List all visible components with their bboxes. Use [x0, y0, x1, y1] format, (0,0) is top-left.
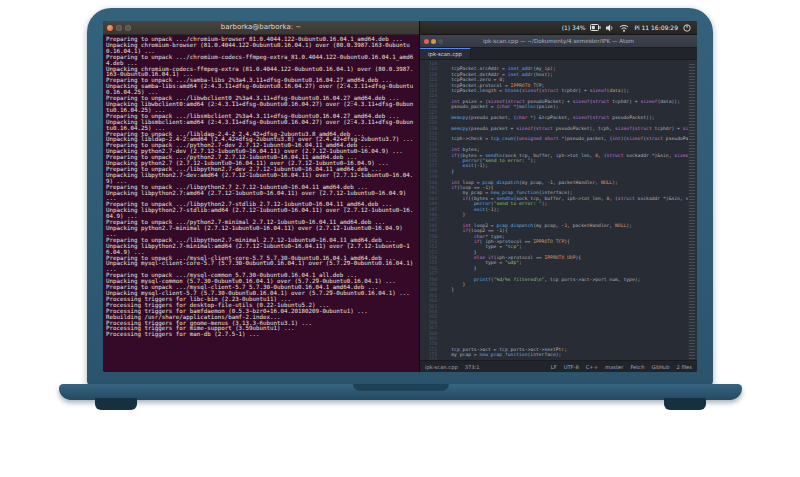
- terminal-line: Preparing to unpack .../chromium-codecs-…: [106, 55, 416, 67]
- status-item[interactable]: master: [605, 364, 623, 370]
- terminal-close-button[interactable]: [107, 25, 113, 31]
- status-item[interactable]: UTF-8: [564, 364, 579, 370]
- code-area[interactable]: 318 319 tcpPacket.srcAddr = inet_addr(my…: [420, 61, 688, 360]
- clock[interactable]: Pi 11 16:09:29: [634, 24, 678, 31]
- terminal-window[interactable]: barborka@barborka: ~ Preparing to unpack…: [103, 21, 419, 372]
- atom-window-title: ipk-scan.cpp — ~/Dokumenty/4.semester/IP…: [420, 38, 697, 44]
- terminal-line: Unpacking libpython2.7-minimal:amd64 (2.…: [106, 244, 416, 256]
- laptop-lid: barborka@barborka: ~ Preparing to unpack…: [87, 8, 713, 385]
- terminal-line: Processing triggers for man-db (2.7.5-1)…: [106, 332, 416, 338]
- terminal-line: Unpacking libsmbclient:amd64 (2:4.3.11+d…: [106, 120, 416, 132]
- tab-ipk-scan[interactable]: ipk-scan.cpp: [420, 48, 471, 59]
- status-item[interactable]: Fetch: [630, 364, 644, 370]
- right-column: (1) 34% Pi 11 16:09:29: [419, 21, 697, 372]
- line-number: 373: [420, 357, 440, 360]
- minimap[interactable]: [688, 60, 697, 360]
- laptop-latch-notch: [353, 384, 449, 391]
- atom-minimize-button[interactable]: [431, 39, 436, 44]
- atom-titlebar: ipk-scan.cpp — ~/Dokumenty/4.semester/IP…: [420, 35, 697, 48]
- status-item[interactable]: 2 files: [676, 364, 692, 370]
- atom-maximize-button[interactable]: [438, 39, 443, 44]
- wifi-icon[interactable]: [619, 24, 629, 32]
- terminal-line: Unpacking libpython2.7-dev:amd64 (2.7.12…: [106, 173, 416, 185]
- terminal-output[interactable]: Preparing to unpack .../chromium-browser…: [103, 35, 419, 372]
- status-item[interactable]: LF: [551, 364, 557, 370]
- terminal-maximize-button[interactable]: [125, 25, 131, 31]
- atom-close-button[interactable]: [424, 39, 429, 44]
- status-item[interactable]: ipk-scan.cpp: [425, 364, 458, 370]
- atom-status-bar: ipk-scan.cpp373:1 LFUTF-8C++masterFetchG…: [420, 360, 697, 372]
- status-item[interactable]: C++: [586, 364, 598, 370]
- status-right: LFUTF-8C++masterFetchGitHub2 files: [551, 364, 692, 370]
- terminal-title: barborka@barborka: ~: [103, 21, 419, 34]
- laptop-mockup: barborka@barborka: ~ Preparing to unpack…: [0, 0, 800, 477]
- terminal-line: Unpacking chromium-browser (81.0.4044.12…: [106, 43, 416, 55]
- battery-icon[interactable]: [590, 24, 601, 31]
- laptop-foot-left: [95, 398, 137, 410]
- status-item[interactable]: 373:1: [465, 364, 480, 370]
- status-left: ipk-scan.cpp373:1: [425, 364, 480, 370]
- laptop-foot-right: [664, 398, 706, 410]
- system-top-panel: (1) 34% Pi 11 16:09:29: [420, 21, 697, 35]
- battery-label: (1) 34%: [562, 24, 586, 31]
- atom-tab-bar: ipk-scan.cpp: [420, 48, 697, 60]
- session-menu-icon[interactable]: [683, 24, 691, 32]
- terminal-minimize-button[interactable]: [116, 25, 122, 31]
- atom-window[interactable]: ipk-scan.cpp — ~/Dokumenty/4.semester/IP…: [420, 35, 697, 372]
- atom-editor[interactable]: 318 319 tcpPacket.srcAddr = inet_addr(my…: [420, 60, 697, 360]
- code-line: 373: [420, 357, 688, 360]
- terminal-line: Unpacking libwbclient0:amd64 (2:4.3.11+d…: [106, 102, 416, 114]
- volume-icon[interactable]: [606, 24, 614, 32]
- laptop-base: [59, 384, 742, 400]
- terminal-titlebar: barborka@barborka: ~: [103, 21, 419, 35]
- status-item[interactable]: GitHub: [651, 364, 669, 370]
- screen-display: barborka@barborka: ~ Preparing to unpack…: [103, 21, 697, 372]
